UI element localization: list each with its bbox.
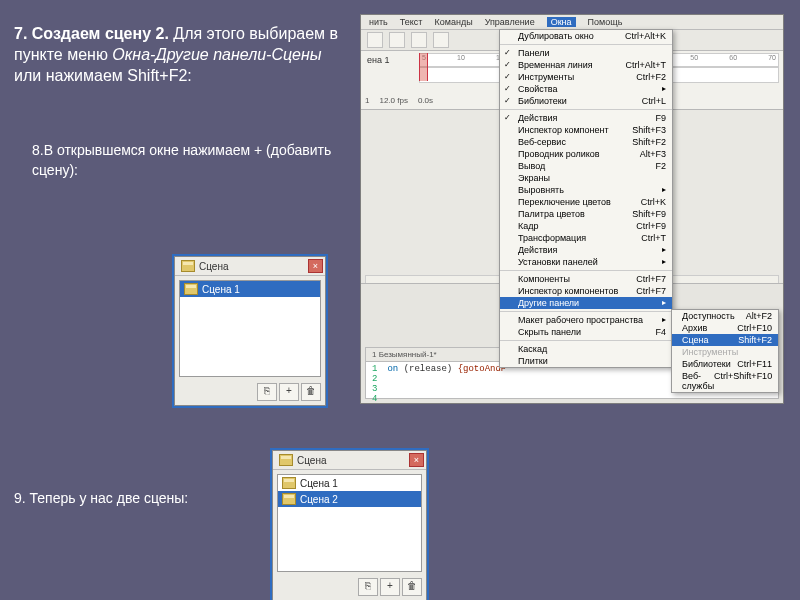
menu-nit[interactable]: нить bbox=[369, 17, 388, 27]
step8-text: 8.В открывшемся окне нажимаем + (добавит… bbox=[14, 141, 349, 180]
scene-panel-double: Сцена × Сцена 1 Сцена 2 ⎘ + 🗑 bbox=[272, 450, 427, 600]
clapper-icon bbox=[282, 477, 296, 489]
menu-other-panels[interactable]: Другие панели▸ bbox=[500, 297, 672, 309]
menu-movie-explorer[interactable]: Проводник роликовAlt+F3 bbox=[500, 148, 672, 160]
scene-icon bbox=[279, 454, 293, 466]
submenu-archive[interactable]: АрхивCtrl+F10 bbox=[672, 322, 778, 334]
scene-label: ена 1 bbox=[367, 55, 390, 65]
tool-copy[interactable] bbox=[433, 32, 449, 48]
submenu-libraries[interactable]: БиблиотекиCtrl+F11 bbox=[672, 358, 778, 370]
delete-scene-button[interactable]: 🗑 bbox=[402, 578, 422, 596]
menubar: нить Текст Команды Управление Окна Помощ… bbox=[361, 15, 783, 30]
tool-redo[interactable] bbox=[389, 32, 405, 48]
scene-list: Сцена 1 bbox=[179, 280, 321, 377]
menu-frame[interactable]: КадрCtrl+F9 bbox=[500, 220, 672, 232]
menu-tools[interactable]: ИнструментыCtrl+F2 bbox=[500, 71, 672, 83]
menu-help[interactable]: Помощь bbox=[588, 17, 623, 27]
close-icon[interactable]: × bbox=[409, 453, 424, 467]
close-icon[interactable]: × bbox=[308, 259, 323, 273]
panel-title: Сцена bbox=[297, 455, 326, 466]
add-scene-button[interactable]: + bbox=[380, 578, 400, 596]
menu-actions[interactable]: ДействияF9 bbox=[500, 112, 672, 124]
menu-tile[interactable]: Плитки bbox=[500, 355, 672, 367]
menu-workspace-layout[interactable]: Макет рабочего пространства▸ bbox=[500, 314, 672, 326]
clapper-icon bbox=[184, 283, 198, 295]
menu-color-palette[interactable]: Палитра цветовShift+F9 bbox=[500, 208, 672, 220]
step9-text: 9. Теперь у нас две сцены: bbox=[14, 490, 188, 506]
other-panels-submenu: ДоступностьAlt+F2 АрхивCtrl+F10 СценаShi… bbox=[671, 309, 779, 393]
menu-screens[interactable]: Экраны bbox=[500, 172, 672, 184]
menu-color-switch[interactable]: Переключение цветовCtrl+K bbox=[500, 196, 672, 208]
menu-actions-2[interactable]: Действия▸ bbox=[500, 244, 672, 256]
status-time: 0.0s bbox=[418, 96, 433, 105]
status-fps: 12.0 fps bbox=[379, 96, 407, 105]
menu-output[interactable]: ВыводF2 bbox=[500, 160, 672, 172]
menu-text[interactable]: Текст bbox=[400, 17, 423, 27]
submenu-scene[interactable]: СценаShift+F2 bbox=[672, 334, 778, 346]
menu-panels[interactable]: Панели bbox=[500, 47, 672, 59]
menu-window[interactable]: Окна bbox=[547, 17, 576, 27]
menu-duplicate-window[interactable]: Дублировать окноCtrl+Alt+K bbox=[500, 30, 672, 42]
menu-properties[interactable]: Свойства▸ bbox=[500, 83, 672, 95]
menu-timeline[interactable]: Временная линияCtrl+Alt+T bbox=[500, 59, 672, 71]
submenu-web-services[interactable]: Веб-службыCtrl+Shift+F10 bbox=[672, 370, 778, 392]
menu-components[interactable]: КомпонентыCtrl+F7 bbox=[500, 273, 672, 285]
submenu-tools: Инструменты bbox=[672, 346, 778, 358]
status-frame: 1 bbox=[365, 96, 369, 105]
submenu-accessibility[interactable]: ДоступностьAlt+F2 bbox=[672, 310, 778, 322]
window-menu-dropdown: Дублировать окноCtrl+Alt+K Панели Времен… bbox=[499, 29, 673, 368]
menu-control[interactable]: Управление bbox=[485, 17, 535, 27]
clapper-icon bbox=[282, 493, 296, 505]
add-scene-button[interactable]: + bbox=[279, 383, 299, 401]
menu-component-inspector-2[interactable]: Инспектор компонентовCtrl+F7 bbox=[500, 285, 672, 297]
panel-title: Сцена bbox=[199, 261, 228, 272]
delete-scene-button[interactable]: 🗑 bbox=[301, 383, 321, 401]
menu-component-inspector[interactable]: Инспектор компонентShift+F3 bbox=[500, 124, 672, 136]
scene-row-1[interactable]: Сцена 1 bbox=[180, 281, 320, 297]
menu-hide-panels[interactable]: Скрыть панелиF4 bbox=[500, 326, 672, 338]
duplicate-scene-button[interactable]: ⎘ bbox=[358, 578, 378, 596]
tool-cut[interactable] bbox=[411, 32, 427, 48]
scene-panel-single: Сцена × Сцена 1 ⎘ + 🗑 bbox=[174, 256, 326, 406]
playhead[interactable] bbox=[419, 53, 428, 81]
tool-undo[interactable] bbox=[367, 32, 383, 48]
menu-transform[interactable]: ТрансформацияCtrl+T bbox=[500, 232, 672, 244]
scene-row-2[interactable]: Сцена 2 bbox=[278, 491, 421, 507]
menu-cascade[interactable]: Каскад bbox=[500, 343, 672, 355]
menu-align[interactable]: Выровнять▸ bbox=[500, 184, 672, 196]
scene-list: Сцена 1 Сцена 2 bbox=[277, 474, 422, 572]
menu-commands[interactable]: Команды bbox=[434, 17, 472, 27]
menu-panel-settings[interactable]: Установки панелей▸ bbox=[500, 256, 672, 268]
menu-libraries[interactable]: БиблиотекиCtrl+L bbox=[500, 95, 672, 107]
duplicate-scene-button[interactable]: ⎘ bbox=[257, 383, 277, 401]
scene-icon bbox=[181, 260, 195, 272]
step7-title: 7. Создаем сцену 2. Для этого выбираем в… bbox=[14, 24, 349, 86]
menu-web-service[interactable]: Веб-сервисShift+F2 bbox=[500, 136, 672, 148]
flash-editor-screenshot: нить Текст Команды Управление Окна Помощ… bbox=[360, 14, 784, 404]
scene-row-1[interactable]: Сцена 1 bbox=[278, 475, 421, 491]
